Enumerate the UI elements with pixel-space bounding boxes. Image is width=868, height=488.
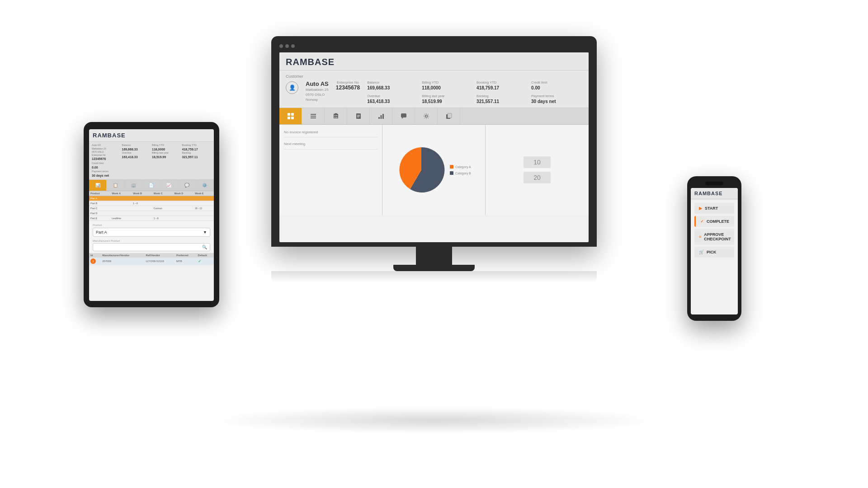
tablet-nav-dashboard[interactable]: 📊 <box>89 180 107 191</box>
mfr-table-row[interactable]: i 207009 LCY200-52133 MTB ✓ <box>89 258 214 265</box>
monitor-dots <box>279 44 589 48</box>
tablet-customer-bar: Auto AS Møtbakken 25 0570 OSLO Enterpris… <box>89 142 214 180</box>
cell-part-c-name: Part C <box>89 206 110 211</box>
phone-btn-start-label: START <box>705 206 718 211</box>
svg-rect-7 <box>334 114 338 118</box>
tablet-screen: RAMBASE Auto AS Møtbakken 25 0570 OSLO E… <box>89 129 214 301</box>
col-week3: Week C <box>152 191 173 196</box>
phone-btn-start[interactable]: ▶ START <box>694 203 734 214</box>
svg-rect-9 <box>336 115 337 116</box>
check-complete-icon: ✓ <box>700 219 704 224</box>
nav-icon-settings[interactable] <box>415 108 438 124</box>
nav-icon-dashboard[interactable] <box>279 108 302 124</box>
svg-point-22 <box>425 115 427 117</box>
monitor-base <box>393 265 475 271</box>
table-row-part-c[interactable]: Part C Contract 18→12 <box>89 206 214 211</box>
mfr-search-bar[interactable]: 🔍 <box>93 243 210 251</box>
col-week5: Week E <box>193 191 214 196</box>
col-week1: Week A <box>110 191 132 196</box>
number-box-20: 20 <box>524 172 551 183</box>
phone-logo: RAMBASE <box>694 191 734 196</box>
search-icon: 🔍 <box>202 245 207 249</box>
svg-rect-2 <box>288 117 290 119</box>
check-icon: ✓ <box>198 259 202 263</box>
table-row-part-b[interactable]: Part B 1→8 <box>89 201 214 206</box>
tablet-nav: 📊 📋 🏢 📄 📈 💬 ⚙️ <box>89 180 214 191</box>
customer-address: Møtbakken 25 0570 OSLO Norway <box>306 87 329 103</box>
nav-icons-row <box>279 108 589 125</box>
manufacturer-section: Manufacturers Product 🔍 <box>89 239 214 253</box>
table-row-part-a[interactable]: Part A <box>89 196 214 201</box>
nav-icon-list[interactable] <box>302 108 325 124</box>
mfr-cell-icon: i <box>89 258 101 265</box>
mfr-label: Manufacturers Product <box>93 239 210 242</box>
mfr-table: Id Manufacturer/Vendor Ref/Vendor Prefer… <box>89 253 214 265</box>
svg-rect-24 <box>448 113 452 118</box>
mfr-table-header-row: Id Manufacturer/Vendor Ref/Vendor Prefer… <box>89 253 214 258</box>
tablet-device: RAMBASE Auto AS Møtbakken 25 0570 OSLO E… <box>84 122 219 307</box>
mfr-cell-vendor: MTB <box>175 258 197 265</box>
mfr-circle-icon: i <box>90 258 96 264</box>
product-select[interactable]: Part A ▼ <box>93 228 210 237</box>
svg-marker-12 <box>333 113 339 114</box>
phone-btn-complete[interactable]: ✓ COMPLETE <box>694 216 734 227</box>
phone-frame: RAMBASE ▶ START ✓ COMPLETE ≡ APPROVECHEC… <box>687 176 741 321</box>
pie-chart <box>396 145 446 195</box>
svg-rect-10 <box>335 117 335 118</box>
scene: RAMBASE Customer 👤 Auto AS Møtbakken 25 … <box>0 0 868 488</box>
avatar: 👤 <box>286 81 298 94</box>
mfr-cell-check: ✓ <box>197 258 214 265</box>
cell-part-e-name: Part E <box>89 216 110 221</box>
chevron-down-icon: ▼ <box>203 230 207 235</box>
mfr-col-default: Default <box>197 253 214 258</box>
svg-rect-4 <box>311 114 316 115</box>
nav-icon-chat[interactable] <box>392 108 415 124</box>
main-area: No invoice registered Next meeting <box>279 125 589 215</box>
tablet-frame: RAMBASE Auto AS Møtbakken 25 0570 OSLO E… <box>84 122 219 307</box>
tablet-table: Product Week A Week B Week C Week D Week… <box>89 191 214 221</box>
cell-part-d-name: Part D <box>89 211 110 216</box>
stat-payment-terms: Payment terms 30 days net <box>531 94 582 104</box>
phone-btn-approve[interactable]: ≡ APPROVECHECKPOINT <box>694 229 734 244</box>
svg-rect-6 <box>311 117 316 118</box>
phone-btn-approve-label: APPROVECHECKPOINT <box>704 232 731 241</box>
monitor-screen: RAMBASE Customer 👤 Auto AS Møtbakken 25 … <box>279 52 589 242</box>
phone-notch <box>705 182 723 185</box>
number-box-10: 10 <box>524 156 551 168</box>
tablet-nav-doc[interactable]: 📄 <box>142 180 160 191</box>
monitor-neck <box>416 247 452 265</box>
nav-icon-copy[interactable] <box>438 108 460 124</box>
phone-btn-pick-label: PICK <box>707 250 717 254</box>
tablet-nav-building[interactable]: 🏢 <box>125 180 142 191</box>
phone-btn-pick[interactable]: 🛒 PICK <box>694 247 734 258</box>
nav-icon-building[interactable] <box>325 108 347 124</box>
approve-icon: ≡ <box>699 235 701 239</box>
stat-booking-ytd: Booking YTD 418,759.17 <box>476 80 528 90</box>
customer-name: Auto AS <box>306 80 329 87</box>
monitor-header: RAMBASE <box>279 52 589 70</box>
tablet-table-header-row: Product Week A Week B Week C Week D Week… <box>89 191 214 196</box>
tablet-nav-settings[interactable]: ⚙️ <box>196 180 214 191</box>
legend-item-dark: Category B <box>450 171 471 175</box>
table-row-part-e[interactable]: Part E Leadtime 1→8 <box>89 216 214 221</box>
tablet-nav-chart[interactable]: 📈 <box>160 180 178 191</box>
col-week2: Week B <box>132 191 152 196</box>
stat-billing-last-year: Billing last year 18,519.99 <box>422 94 473 104</box>
product-label: Product <box>93 224 210 226</box>
svg-rect-17 <box>378 117 380 119</box>
cart-icon: 🛒 <box>699 250 704 254</box>
panel-left-content: No invoice registered Next meeting <box>284 129 377 150</box>
table-row-part-d[interactable]: Part D <box>89 211 214 216</box>
cell-part-a-name: Part A <box>89 196 110 201</box>
stat-credit-limit: Credit limit 0.00 <box>531 80 582 90</box>
play-icon: ▶ <box>699 206 702 211</box>
panel-center: Category A Category B <box>382 125 486 215</box>
nav-icon-chart[interactable] <box>370 108 392 124</box>
tablet-nav-chat[interactable]: 💬 <box>178 180 196 191</box>
chart-area: Category A Category B <box>396 145 471 195</box>
monitor-reflection <box>271 271 597 282</box>
phone-device: RAMBASE ▶ START ✓ COMPLETE ≡ APPROVECHEC… <box>687 176 741 321</box>
tablet-nav-list[interactable]: 📋 <box>107 180 124 191</box>
nav-icon-document[interactable] <box>347 108 370 124</box>
stat-overdue: Overdue 163,418.33 <box>367 94 418 104</box>
